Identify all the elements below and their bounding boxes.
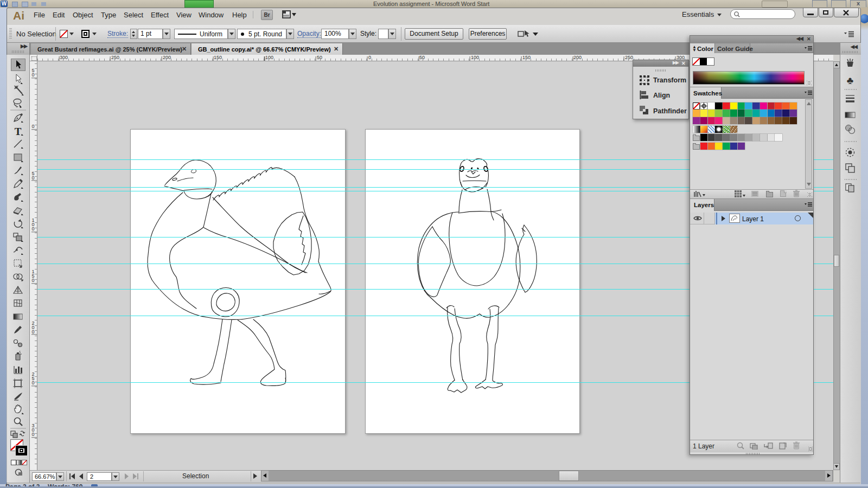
svg-text:♣: ♣	[847, 75, 853, 86]
svg-text:T: T	[15, 126, 22, 137]
